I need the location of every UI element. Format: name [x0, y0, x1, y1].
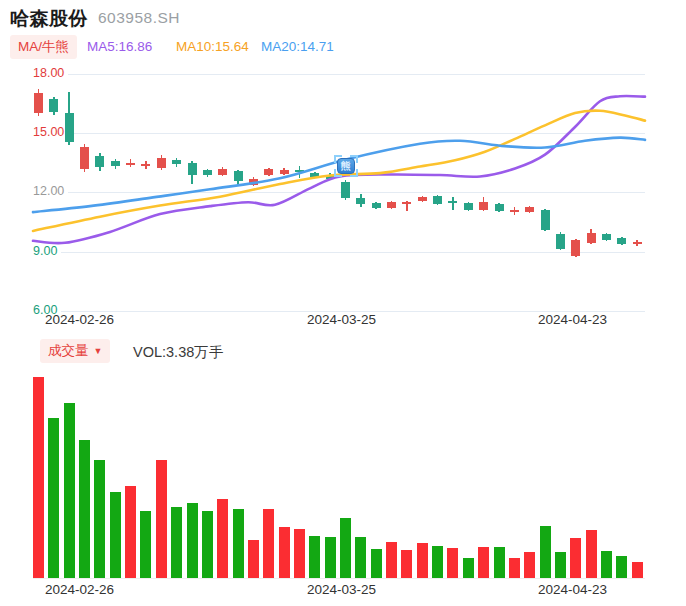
stock-chart-page: 哈森股份 603958.SH MA/牛熊 MA5:16.86 MA10:15.6…	[0, 0, 686, 606]
date-label: 2024-03-25	[307, 582, 376, 597]
date-label: 2024-04-23	[538, 582, 607, 597]
volume-x-axis: 2024-02-262024-03-252024-04-23	[0, 0, 686, 606]
date-label: 2024-02-26	[45, 582, 114, 597]
